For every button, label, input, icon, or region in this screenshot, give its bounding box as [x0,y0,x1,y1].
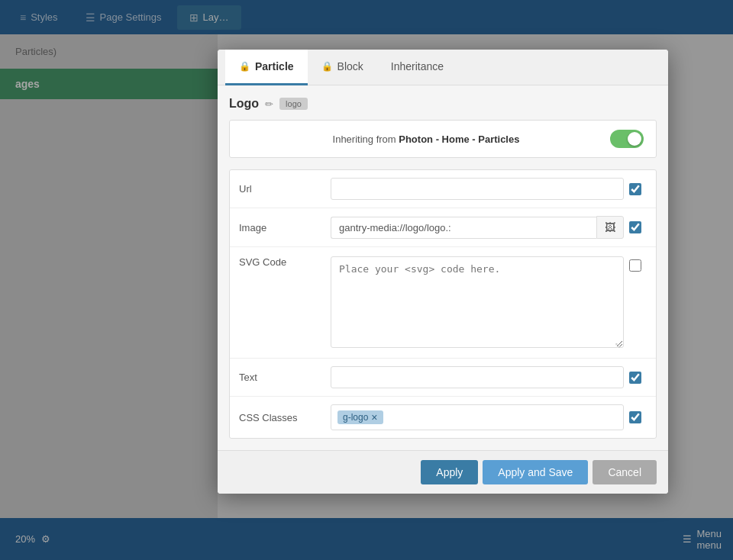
field-image-input-wrap: 🖼 [331,216,624,239]
image-browse-button[interactable]: 🖼 [596,216,624,239]
inheritance-text: Inheriting from Photon - Home - Particle… [242,134,610,145]
field-css-classes-input[interactable]: g-logo × [331,404,624,430]
modal-dialog: 🔒 Particle 🔒 Block Inheritance Logo ✏ lo… [218,50,668,494]
lock-icon-block: 🔒 [321,61,333,72]
field-image-input[interactable] [331,217,596,239]
field-text-checkbox-wrap [624,372,647,384]
field-svg-textarea[interactable] [331,256,624,348]
field-svg-row: SVG Code ⤡ [230,247,656,359]
field-url-row: Url [230,170,656,208]
field-image-label: Image [239,222,331,233]
field-text-row: Text [230,359,656,397]
modal-tabs: 🔒 Particle 🔒 Block Inheritance [218,50,668,85]
field-image-row: Image 🖼 [230,208,656,247]
field-url-checkbox-wrap [624,183,647,195]
section-title: Logo [229,97,259,111]
field-svg-label: SVG Code [239,256,331,268]
field-url-checkbox[interactable] [629,183,641,195]
field-url-input[interactable] [331,178,624,200]
tab-block[interactable]: 🔒 Block [308,50,377,85]
tab-inheritance[interactable]: Inheritance [377,50,457,85]
field-text-checkbox[interactable] [629,372,641,384]
resize-icon: ⤡ [615,341,622,349]
field-css-classes-row: CSS Classes g-logo × [230,397,656,438]
field-svg-input-wrap: ⤡ [331,256,624,350]
css-tag-g-logo: g-logo × [337,410,383,424]
field-css-checkbox-wrap [624,411,647,423]
field-url-input-wrap [331,178,624,200]
inheritance-notice: Inheriting from Photon - Home - Particle… [229,120,657,158]
inheritance-source: Photon - Home - Particles [399,134,519,145]
field-svg-checkbox[interactable] [629,259,641,272]
section-badge: logo [279,98,308,110]
tag-remove-button[interactable]: × [371,412,377,423]
field-text-input-wrap [331,366,624,388]
inheritance-toggle[interactable] [610,130,644,148]
tab-block-label: Block [337,60,363,72]
field-text-label: Text [239,372,331,383]
field-text-input[interactable] [331,366,624,388]
field-url-label: Url [239,183,331,195]
field-image-checkbox-wrap [624,221,647,233]
field-image-checkbox[interactable] [629,221,641,233]
tab-particle[interactable]: 🔒 Particle [225,50,308,85]
field-svg-checkbox-wrap [624,256,647,272]
edit-icon[interactable]: ✏ [265,98,273,110]
apply-button[interactable]: Apply [421,460,478,484]
cancel-button[interactable]: Cancel [593,460,657,484]
section-header: Logo ✏ logo [229,97,657,111]
tab-particle-label: Particle [255,60,294,72]
form-fields: Url Image 🖼 S [229,169,657,439]
lock-icon-particle: 🔒 [239,61,250,72]
apply-save-button[interactable]: Apply and Save [483,460,588,484]
toggle-thumb [628,132,641,146]
field-css-checkbox[interactable] [629,411,641,423]
field-css-classes-label: CSS Classes [239,412,331,423]
tag-text: g-logo [343,412,368,423]
tab-inheritance-label: Inheritance [391,60,444,72]
modal-footer: Apply Apply and Save Cancel [218,450,668,494]
modal-body: Logo ✏ logo Inheriting from Photon - Hom… [218,85,668,450]
